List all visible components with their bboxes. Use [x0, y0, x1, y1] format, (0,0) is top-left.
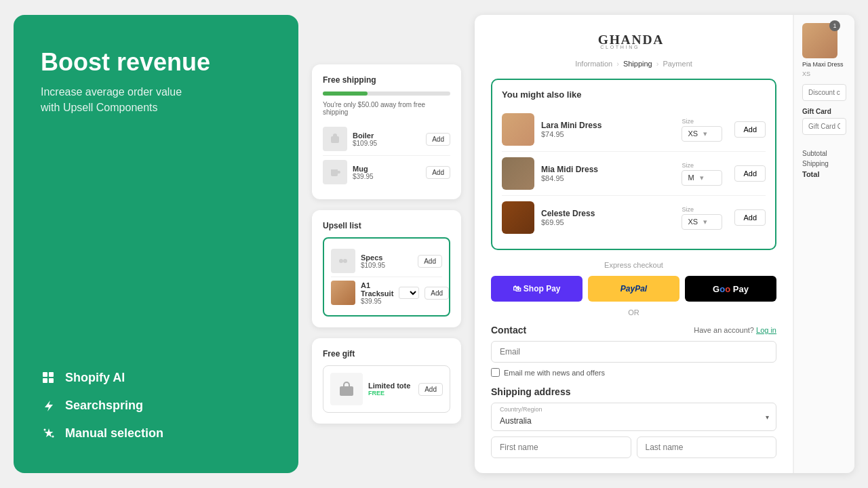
subtotal-label: Subtotal [802, 150, 827, 157]
checkout-product-price-celeste: $69.95 [541, 218, 675, 226]
cart-sidebar: 1 Pia Maxi Dress XS Gift Card Subtotal S… [793, 15, 854, 473]
svg-point-4 [44, 428, 46, 430]
size-select-mia[interactable]: M ▾ [682, 170, 722, 186]
free-gift-title: Free gift [323, 349, 450, 359]
product-name-tracksuit: A1 Tracksuit [361, 281, 393, 298]
checkout-add-celeste-button[interactable]: Add [734, 209, 766, 226]
newsletter-row: Email me with news and offers [491, 368, 776, 377]
breadcrumb-shipping: Shipping [623, 60, 652, 68]
breadcrumb-sep-1: › [616, 60, 619, 68]
paypal-button[interactable]: PayPal [588, 276, 679, 302]
size-select-celeste[interactable]: XS ▾ [682, 214, 722, 230]
country-wrapper: Country/Region Australia ▾ [491, 403, 776, 431]
shipping-row: Shipping [802, 159, 846, 169]
product-name-boiler: Boiler [353, 131, 420, 140]
gpay-button[interactable]: Goo Pay [685, 276, 776, 302]
checkout-upsell-product-1: Lara Mini Dress $74.95 Size XS ▾ Add [502, 108, 766, 152]
free-shipping-product-1: Boiler $109.95 Add [323, 123, 450, 156]
checkout-product-price-lara: $74.95 [541, 130, 675, 138]
product-price-boiler: $109.95 [353, 140, 420, 147]
country-chevron: ▾ [766, 413, 769, 421]
totals: Subtotal Shipping Total [802, 148, 846, 180]
country-label: Country/Region [500, 406, 542, 413]
features-list: Shopify AI Searchspring [41, 371, 271, 441]
product-name-mug: Mug [353, 165, 420, 173]
total-row: Total [802, 169, 846, 180]
add-tote-button[interactable]: Add [418, 383, 443, 396]
checkout-thumb-lara [502, 113, 534, 146]
checkout-add-lara-button[interactable]: Add [734, 121, 766, 138]
checkout-product-name-lara: Lara Mini Dress [541, 121, 675, 130]
product-thumb-mug [323, 160, 347, 184]
svg-rect-6 [331, 136, 339, 143]
gift-card-input[interactable] [802, 118, 846, 135]
paypal-label: PayPal [620, 284, 647, 293]
checkout-product-name-mia: Mia Midi Dress [541, 165, 675, 174]
shipping-label: Shipping [802, 160, 829, 167]
gift-thumb-tote [330, 373, 363, 405]
product-thumb-tracksuit [331, 281, 355, 305]
upsell-product-2: A1 Tracksuit $39.95 81012 Add [331, 277, 442, 308]
size-label-celeste: Size [682, 206, 722, 213]
first-name-input[interactable] [491, 436, 631, 458]
gpay-label: Goo Pay [713, 284, 749, 294]
product-name-tote: Limited tote [368, 382, 413, 390]
last-name-input[interactable] [637, 436, 777, 458]
shipping-section: Shipping address Country/Region Australi… [491, 386, 776, 464]
shopify-pay-button[interactable]: 🛍 Shop Pay [491, 276, 583, 302]
product-price-tracksuit: $39.95 [361, 298, 393, 305]
express-checkout-label: Express checkout [491, 261, 776, 269]
lightning-icon [41, 399, 57, 413]
grid-icon [41, 371, 57, 385]
add-tracksuit-button[interactable]: Add [425, 287, 449, 300]
free-gift-widget: Free gift Limited tote FREE Add [312, 338, 461, 424]
upsell-list-inner: Specs $109.95 Add A1 Tracksuit $39.95 81… [323, 237, 450, 317]
gift-card-section: Gift Card [802, 108, 846, 142]
country-value: Australia [500, 416, 532, 426]
checkout-thumb-mia [502, 157, 534, 190]
free-shipping-product-2: Mug $39.95 Add [323, 156, 450, 188]
size-select-lara[interactable]: XS ▾ [682, 126, 722, 142]
product-thumb-boiler [323, 127, 347, 151]
checkout-panel: GHANDA CLOTHING Information › Shipping ›… [475, 15, 854, 473]
newsletter-checkbox[interactable] [491, 368, 500, 377]
sparkle-icon [41, 427, 57, 441]
feature-manual-selection: Manual selection [41, 426, 271, 441]
left-panel: Boost revenue Increase average order val… [14, 15, 298, 473]
checkout-add-mia-button[interactable]: Add [734, 165, 766, 182]
upsell-product-1: Specs $109.95 Add [331, 245, 442, 277]
svg-rect-9 [340, 386, 353, 396]
shopify-pay-label: 🛍 Shop Pay [513, 284, 560, 293]
newsletter-label: Email me with news and offers [504, 369, 605, 377]
svg-rect-0 [43, 372, 47, 377]
product-price-tote: FREE [368, 390, 413, 396]
breadcrumb-information: Information [575, 60, 612, 68]
product-thumb-specs [331, 249, 355, 273]
express-buttons: 🛍 Shop Pay PayPal Goo Pay [491, 276, 776, 302]
cart-item: 1 Pia Maxi Dress XS [802, 23, 846, 77]
tracksuit-size-select[interactable]: 81012 [399, 287, 419, 299]
checkout-upsell-product-3: Celeste Dress $69.95 Size XS ▾ Add [502, 196, 766, 239]
main-title: Boost revenue [41, 47, 271, 77]
email-input[interactable] [491, 341, 776, 363]
login-link[interactable]: Log in [756, 326, 776, 334]
cart-badge: 1 [829, 20, 840, 31]
add-mug-button[interactable]: Add [426, 166, 450, 179]
svg-rect-2 [43, 378, 47, 383]
discount-input[interactable] [802, 84, 846, 101]
upsell-section: You might also like Lara Mini Dress $74.… [491, 79, 776, 250]
feature-shopify-ai-label: Shopify AI [65, 371, 125, 385]
size-label-mia: Size [682, 162, 722, 169]
add-specs-button[interactable]: Add [418, 255, 442, 268]
feature-shopify-ai: Shopify AI [41, 371, 271, 385]
contact-section-header: Contact Have an account? Log in [491, 325, 776, 336]
or-divider: OR [491, 308, 776, 317]
cart-item-size: XS [802, 70, 846, 77]
add-boiler-button[interactable]: Add [426, 133, 450, 146]
svg-point-7 [339, 259, 343, 263]
contact-title: Contact [491, 325, 526, 336]
subtotal-row: Subtotal [802, 148, 846, 159]
breadcrumb: Information › Shipping › Payment [491, 60, 776, 68]
free-shipping-widget: Free shipping You're only $50.00 away fr… [312, 64, 461, 199]
upsell-list-title: Upsell list [323, 221, 450, 230]
